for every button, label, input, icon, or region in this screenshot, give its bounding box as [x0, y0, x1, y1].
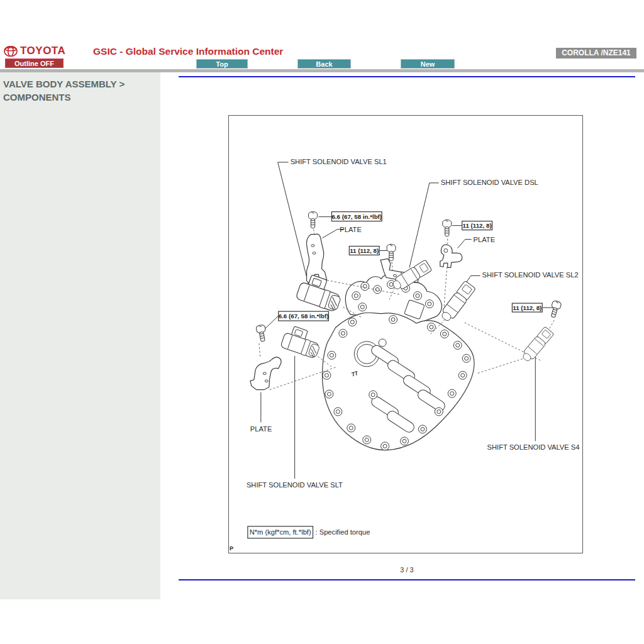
torque-value: 11 (112, 8) — [350, 247, 379, 254]
sidebar: VALVE BODY ASSEMBLY > COMPONENTS — [0, 72, 160, 599]
breadcrumb-line2: COMPONENTS — [3, 91, 160, 104]
torque-value: 6.6 (67, 58 in.*lbf) — [279, 313, 329, 319]
top-button[interactable]: Top — [196, 59, 248, 69]
torque-value: 11 (112, 8) — [513, 304, 541, 311]
label-plate-top-right: PLATE — [474, 236, 496, 243]
diagram-box: 77 — [228, 115, 583, 553]
toyota-logo-icon — [4, 46, 18, 57]
torque-value: 11 (112, 8) — [463, 222, 492, 229]
back-button[interactable]: Back — [297, 59, 351, 69]
breadcrumb-line1: VALVE BODY ASSEMBLY > — [3, 77, 160, 91]
brand: TOYOTA — [4, 45, 65, 57]
bolt-icon — [309, 211, 318, 228]
page-marker: P — [230, 545, 233, 552]
blue-rule-top — [179, 76, 635, 77]
label-dsl: SHIFT SOLENOID VALVE DSL — [441, 179, 538, 186]
outline-off-button[interactable]: Outline OFF — [5, 58, 64, 68]
bolt-icon — [549, 300, 562, 318]
torque-legend: N*m (kgf*cm, ft.*lbf) : Specified torque — [248, 526, 370, 538]
label-s4: SHIFT SOLENOID VALVE S4 — [487, 443, 580, 451]
components-diagram: 77 — [229, 116, 582, 553]
breadcrumb-title: VALVE BODY ASSEMBLY > COMPONENTS — [3, 77, 160, 104]
model-badge: COROLLA /NZE141 — [556, 48, 636, 58]
legend-text: : Specified torque — [316, 528, 370, 536]
label-plate-bottom-left: PLATE — [250, 425, 272, 433]
plate-top-right-drawing — [440, 245, 462, 267]
torque-value: 6.6 (67, 58 in.*lbf) — [331, 213, 382, 220]
label-sl1: SHIFT SOLENOID VALVE SL1 — [291, 158, 387, 165]
legend-box-text: N*m (kgf*cm, ft.*lbf) — [250, 528, 311, 536]
solenoid-s4-drawing — [520, 326, 554, 364]
label-slt: SHIFT SOLENOID VALVE SLT — [247, 481, 343, 489]
bolt-icon — [387, 244, 396, 260]
page-indicator: 3 / 3 — [179, 566, 635, 574]
gsic-page: TOYOTA GSIC - Global Service Information… — [0, 0, 644, 644]
bolt-icon — [443, 219, 452, 236]
solenoid-sl1-drawing — [296, 272, 345, 313]
solenoid-slt-drawing — [280, 324, 323, 359]
gsic-title: GSIC - Global Service Information Center — [93, 46, 283, 57]
brand-text: TOYOTA — [20, 45, 65, 57]
label-sl2: SHIFT SOLENOID VALVE SL2 — [482, 271, 579, 279]
new-button[interactable]: New — [401, 59, 455, 69]
label-plate-top-left: PLATE — [340, 226, 362, 233]
blue-rule-bottom — [179, 579, 635, 580]
bolt-icon — [256, 325, 267, 342]
